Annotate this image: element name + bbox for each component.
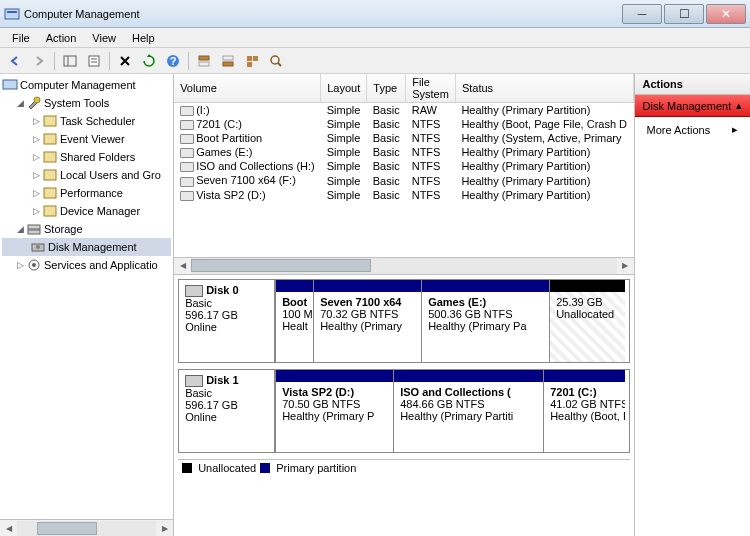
volume-row[interactable]: Vista SP2 (D:)SimpleBasicNTFSHealthy (Pr…	[174, 188, 633, 202]
scroll-right-icon[interactable]: ▶	[156, 521, 173, 536]
actions-pane: Actions Disk Management ▴ More Actions ▸	[635, 74, 750, 536]
partition-status: Healthy (Boot, Pag	[550, 410, 625, 422]
partition[interactable]: Vista SP2 (D:)70.50 GB NTFSHealthy (Prim…	[275, 370, 393, 452]
expand-icon[interactable]: ▷	[30, 116, 42, 126]
svg-rect-12	[223, 62, 233, 66]
forward-button[interactable]	[28, 50, 50, 72]
scroll-left-icon[interactable]: ◀	[174, 258, 191, 273]
expand-icon[interactable]: ▷	[30, 188, 42, 198]
disk-info[interactable]: Disk 1Basic596.17 GBOnline	[179, 370, 275, 452]
partition-name: Boot	[282, 296, 307, 308]
column-header[interactable]: Status	[455, 74, 633, 103]
svg-rect-26	[28, 225, 40, 229]
column-header[interactable]: File System	[406, 74, 456, 103]
app-icon	[4, 6, 20, 22]
collapse-icon[interactable]: ◢	[14, 224, 26, 234]
minimize-button[interactable]: ─	[622, 4, 662, 24]
volume-row[interactable]: 7201 (C:)SimpleBasicNTFSHealthy (Boot, P…	[174, 117, 633, 131]
delete-button[interactable]	[114, 50, 136, 72]
svg-rect-27	[28, 230, 40, 234]
disk-info[interactable]: Disk 0Basic596.17 GBOnline	[179, 280, 275, 362]
scroll-thumb[interactable]	[37, 522, 97, 535]
grid-scrollbar[interactable]: ◀ ▶	[174, 257, 633, 274]
close-button[interactable]: ✕	[706, 4, 746, 24]
volume-row[interactable]: Seven 7100 x64 (F:)SimpleBasicNTFSHealth…	[174, 173, 633, 187]
view-bottom-button[interactable]	[217, 50, 239, 72]
volume-row[interactable]: ISO and Collections (H:)SimpleBasicNTFSH…	[174, 159, 633, 173]
partition[interactable]: Boot100 MHealt	[275, 280, 313, 362]
services-icon	[26, 257, 42, 273]
menu-file[interactable]: File	[4, 30, 38, 46]
svg-rect-14	[253, 56, 258, 61]
refresh-button[interactable]	[138, 50, 160, 72]
actions-selected[interactable]: Disk Management ▴	[635, 95, 750, 117]
svg-rect-4	[89, 56, 99, 66]
tree-item[interactable]: ▷Shared Folders	[2, 148, 171, 166]
partition[interactable]: 7201 (C:)41.02 GB NTFSHealthy (Boot, Pag	[543, 370, 625, 452]
tree-system-tools[interactable]: ◢ System Tools	[2, 94, 171, 112]
tree-item[interactable]: ▷Task Scheduler	[2, 112, 171, 130]
svg-rect-10	[199, 62, 209, 66]
show-hide-tree-button[interactable]	[59, 50, 81, 72]
collapse-icon: ▴	[736, 99, 742, 112]
volume-row[interactable]: (I:)SimpleBasicRAWHealthy (Primary Parti…	[174, 103, 633, 118]
tree-label: Services and Applicatio	[44, 259, 158, 271]
partition[interactable]: Seven 7100 x6470.32 GB NTFSHealthy (Prim…	[313, 280, 421, 362]
menu-help[interactable]: Help	[124, 30, 163, 46]
tree-services[interactable]: ▷ Services and Applicatio	[2, 256, 171, 274]
column-header[interactable]: Layout	[321, 74, 367, 103]
expand-icon[interactable]: ▷	[30, 152, 42, 162]
partition-status: Healthy (Primary P	[282, 410, 374, 422]
query-button[interactable]	[265, 50, 287, 72]
tree-label: Shared Folders	[60, 151, 135, 163]
partition[interactable]: Games (E:)500.36 GB NTFSHealthy (Primary…	[421, 280, 549, 362]
scroll-left-icon[interactable]: ◀	[0, 521, 17, 536]
menu-view[interactable]: View	[84, 30, 124, 46]
svg-point-16	[271, 56, 279, 64]
volume-row[interactable]: Boot PartitionSimpleBasicNTFSHealthy (Sy…	[174, 131, 633, 145]
tree-disk-management[interactable]: Disk Management	[2, 238, 171, 256]
scroll-right-icon[interactable]: ▶	[617, 258, 634, 273]
scroll-thumb[interactable]	[191, 259, 371, 272]
partition-stripe	[276, 280, 313, 292]
tree-item[interactable]: ▷Local Users and Gro	[2, 166, 171, 184]
partition-status: Unallocated	[556, 308, 614, 320]
tree-item[interactable]: ▷Device Manager	[2, 202, 171, 220]
tree-root[interactable]: Computer Management	[2, 76, 171, 94]
column-header[interactable]: Type	[367, 74, 406, 103]
settings-button[interactable]	[241, 50, 263, 72]
column-header[interactable]: Volume	[174, 74, 321, 103]
svg-rect-1	[7, 11, 17, 13]
volume-row[interactable]: Games (E:)SimpleBasicNTFSHealthy (Primar…	[174, 145, 633, 159]
tree-storage[interactable]: ◢ Storage	[2, 220, 171, 238]
partition-stripe	[394, 370, 543, 382]
svg-rect-20	[44, 116, 56, 126]
volume-icon	[180, 162, 194, 172]
actions-more-label: More Actions	[647, 124, 711, 136]
menu-action[interactable]: Action	[38, 30, 85, 46]
volume-icon	[180, 134, 194, 144]
back-button[interactable]	[4, 50, 26, 72]
help-button[interactable]: ?	[162, 50, 184, 72]
disk-kind: Basic	[185, 387, 268, 399]
properties-button[interactable]	[83, 50, 105, 72]
tree-item[interactable]: ▷Performance	[2, 184, 171, 202]
tree-scrollbar[interactable]: ◀ ▶	[0, 519, 173, 536]
volume-icon	[180, 148, 194, 158]
disk-size: 596.17 GB	[185, 399, 268, 411]
expand-icon[interactable]: ▷	[30, 134, 42, 144]
expand-icon[interactable]: ▷	[30, 170, 42, 180]
disk-icon	[30, 239, 46, 255]
partition[interactable]: ISO and Collections (484.66 GB NTFSHealt…	[393, 370, 543, 452]
maximize-button[interactable]: ☐	[664, 4, 704, 24]
tree-item[interactable]: ▷Event Viewer	[2, 130, 171, 148]
partition-stripe	[422, 280, 549, 292]
collapse-icon[interactable]: ◢	[14, 98, 26, 108]
view-top-button[interactable]	[193, 50, 215, 72]
actions-more[interactable]: More Actions ▸	[635, 117, 750, 142]
expand-icon[interactable]: ▷	[30, 206, 42, 216]
unallocated-space[interactable]: 25.39 GBUnallocated	[549, 280, 625, 362]
disk-icon	[185, 285, 203, 297]
partition-size: 41.02 GB NTFS	[550, 398, 625, 410]
expand-icon[interactable]: ▷	[14, 260, 26, 270]
